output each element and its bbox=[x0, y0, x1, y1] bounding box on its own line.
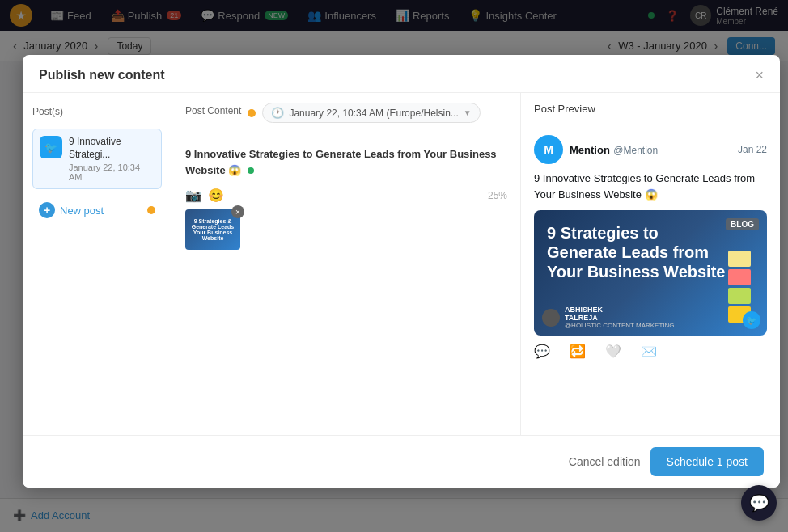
like-icon[interactable]: 🤍 bbox=[605, 344, 621, 359]
posts-panel-label: Post(s) bbox=[32, 106, 162, 117]
media-thumbnail: 9 Strategies &Generate LeadsYour Busines… bbox=[185, 209, 240, 250]
media-toolbar: 📷 😊 25% bbox=[185, 188, 507, 203]
reply-icon[interactable]: 💬 bbox=[534, 344, 550, 359]
content-orange-dot bbox=[248, 109, 256, 117]
remove-media-button[interactable]: × bbox=[231, 205, 244, 218]
char-count: 25% bbox=[488, 190, 507, 201]
content-panel: Post Content 🕐 January 22, 10:34 AM (Eur… bbox=[172, 93, 521, 488]
preview-body: M Mention @Mention Jan 22 9 Innovative S… bbox=[521, 125, 780, 488]
post-title-text: 9 Innovative Strategies to Generate Lead… bbox=[185, 148, 497, 176]
preview-header-label: Post Preview bbox=[534, 103, 595, 115]
publish-modal: Publish new content × Post(s) 🐦 9 Innova… bbox=[23, 55, 780, 488]
emoji-tool-icon[interactable]: 😊 bbox=[208, 188, 224, 203]
chat-bubble-button[interactable]: 💬 bbox=[741, 485, 777, 521]
tweet-date: Jan 22 bbox=[738, 144, 767, 155]
post-item-title: 9 Innovative Strategi... bbox=[69, 136, 155, 161]
tweet-handle: @Mention bbox=[613, 145, 658, 156]
new-post-dot bbox=[147, 206, 155, 214]
chevron-down-icon: ▼ bbox=[464, 108, 472, 117]
twitter-circle-icon: 🐦 bbox=[743, 311, 760, 329]
tweet-card: M Mention @Mention Jan 22 9 Innovative S… bbox=[534, 135, 767, 359]
chat-icon: 💬 bbox=[749, 493, 769, 513]
schedule-button[interactable]: Schedule 1 post bbox=[650, 447, 764, 476]
author-avatar bbox=[542, 309, 560, 327]
tweet-username: Mention bbox=[570, 144, 610, 156]
post-text: 9 Innovative Strategies to Generate Lead… bbox=[185, 146, 507, 178]
share-icon[interactable]: ✉️ bbox=[641, 344, 657, 359]
modal-title: Publish new content bbox=[39, 68, 165, 82]
time-selector[interactable]: 🕐 January 22, 10:34 AM (Europe/Helsin...… bbox=[262, 103, 480, 123]
modal-header: Publish new content × bbox=[23, 55, 780, 93]
tweet-actions: 💬 🔁 🤍 ✉️ bbox=[534, 344, 767, 359]
close-button[interactable]: × bbox=[755, 68, 764, 82]
modal-body: Post(s) 🐦 9 Innovative Strategi... Janua… bbox=[23, 93, 780, 488]
post-twitter-icon: 🐦 bbox=[40, 136, 62, 158]
clock-icon: 🕐 bbox=[271, 107, 284, 119]
retweet-icon[interactable]: 🔁 bbox=[570, 344, 586, 359]
plus-icon: + bbox=[39, 202, 55, 218]
tweet-user-row: M Mention @Mention Jan 22 bbox=[534, 135, 767, 164]
content-header: Post Content 🕐 January 22, 10:34 AM (Eur… bbox=[172, 93, 520, 133]
preview-header: Post Preview bbox=[521, 93, 780, 125]
new-post-label: New post bbox=[60, 205, 104, 217]
tweet-image-author: ABHISHEKTALREJA @HOLISTIC CONTENT MARKET… bbox=[542, 306, 675, 329]
tweet-avatar: M bbox=[534, 135, 563, 164]
time-label: January 22, 10:34 AM (Europe/Helsin... bbox=[289, 108, 458, 119]
tweet-text: 9 Innovative Strategies to Generate Lead… bbox=[534, 171, 767, 202]
author-subtitle: @HOLISTIC CONTENT MARKETING bbox=[565, 322, 675, 329]
post-item[interactable]: 🐦 9 Innovative Strategi... January 22, 1… bbox=[32, 129, 162, 189]
modal-footer: Cancel edition Schedule 1 post bbox=[23, 435, 780, 488]
cancel-button[interactable]: Cancel edition bbox=[569, 455, 641, 468]
tweet-image-headline: 9 Strategies toGenerate Leads fromYour B… bbox=[547, 223, 754, 281]
tweet-image: BLOG 9 Strategies toGenerate Leads fromY… bbox=[534, 210, 767, 336]
posts-panel: Post(s) 🐦 9 Innovative Strategi... Janua… bbox=[23, 93, 172, 488]
preview-panel: Post Preview M Mention @Mention Jan 22 9… bbox=[521, 93, 780, 488]
content-header-label: Post Content bbox=[185, 105, 241, 116]
online-indicator bbox=[248, 167, 254, 174]
post-item-time: January 22, 10:34 AM bbox=[69, 163, 155, 182]
new-post-button[interactable]: + New post bbox=[32, 196, 162, 225]
image-tool-icon[interactable]: 📷 bbox=[185, 188, 201, 203]
author-name: ABHISHEKTALREJA bbox=[565, 306, 675, 322]
